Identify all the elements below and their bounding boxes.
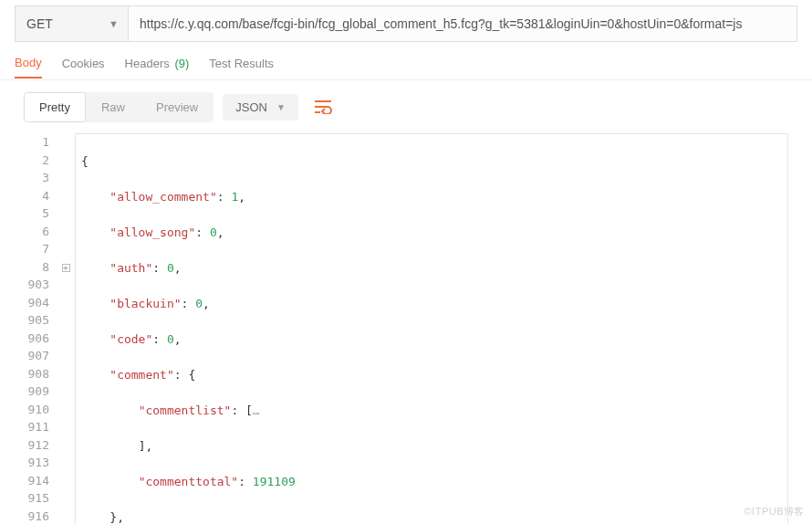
line-number: 910 bbox=[0, 401, 49, 419]
brace-close: }, bbox=[109, 510, 124, 524]
line-number: 909 bbox=[0, 383, 49, 401]
line-number: 2 bbox=[0, 152, 49, 170]
line-number: 904 bbox=[0, 294, 49, 312]
json-viewer: 1 2 3 4 5 6 7 8 903 904 905 906 907 908 … bbox=[0, 133, 812, 524]
line-number: 906 bbox=[0, 330, 49, 348]
json-number: 0 bbox=[195, 297, 203, 310]
line-number: 915 bbox=[0, 489, 49, 508]
json-key: "commentlist" bbox=[139, 403, 232, 417]
json-number: 0 bbox=[167, 332, 174, 346]
line-number: 6 bbox=[0, 223, 49, 241]
line-number: 913 bbox=[0, 454, 49, 472]
request-bar: GET ▼ bbox=[15, 5, 797, 42]
format-select[interactable]: JSON ▼ bbox=[223, 94, 298, 121]
json-key: "allow_comment" bbox=[109, 190, 216, 204]
json-number: 0 bbox=[210, 225, 217, 239]
headers-count: (9) bbox=[174, 57, 189, 70]
brace-open: { bbox=[81, 154, 88, 168]
http-method-value: GET bbox=[26, 16, 53, 31]
http-method-select[interactable]: GET ▼ bbox=[16, 6, 129, 41]
tab-body[interactable]: Body bbox=[15, 48, 42, 79]
line-number: 3 bbox=[0, 169, 49, 187]
line-number: 914 bbox=[0, 472, 49, 490]
json-key: "blackuin" bbox=[109, 297, 181, 310]
line-number: 903 bbox=[0, 276, 49, 294]
wrap-lines-icon bbox=[314, 100, 332, 114]
watermark: ©ITPUB博客 bbox=[744, 505, 806, 519]
chevron-down-icon: ▼ bbox=[109, 18, 119, 29]
url-input[interactable] bbox=[129, 6, 796, 41]
json-key: "allow_song" bbox=[109, 225, 195, 239]
json-key: "code" bbox=[109, 332, 152, 346]
line-gutter: 1 2 3 4 5 6 7 8 903 904 905 906 907 908 … bbox=[0, 133, 57, 524]
json-number: 191109 bbox=[253, 475, 296, 488]
fold-gutter: + bbox=[57, 133, 75, 524]
line-number: 7 bbox=[0, 240, 49, 258]
json-key: "auth" bbox=[109, 261, 152, 275]
expand-icon[interactable]: + bbox=[62, 264, 70, 272]
view-pretty[interactable]: Pretty bbox=[24, 92, 86, 122]
format-value: JSON bbox=[235, 100, 267, 114]
tab-cookies[interactable]: Cookies bbox=[62, 49, 105, 78]
line-number: 1 bbox=[0, 133, 49, 152]
line-number: 905 bbox=[0, 311, 49, 330]
tab-headers[interactable]: Headers (9) bbox=[125, 49, 190, 78]
line-number: 916 bbox=[0, 508, 49, 525]
view-preview[interactable]: Preview bbox=[141, 92, 213, 122]
json-key: "comment" bbox=[109, 368, 173, 382]
code-content[interactable]: { "allow_comment": 1, "allow_song": 0, "… bbox=[75, 133, 788, 524]
json-number: 0 bbox=[167, 261, 174, 275]
bracket-close: ], bbox=[139, 439, 153, 453]
tab-test-results[interactable]: Test Results bbox=[209, 49, 274, 78]
line-number: 908 bbox=[0, 365, 49, 383]
line-number: 5 bbox=[0, 204, 49, 223]
view-raw[interactable]: Raw bbox=[86, 92, 141, 122]
ellipsis-icon[interactable]: … bbox=[253, 403, 260, 417]
view-mode-group: Pretty Raw Preview bbox=[24, 92, 213, 122]
response-tabs: Body Cookies Headers (9) Test Results bbox=[0, 47, 812, 80]
json-key: "commenttotal" bbox=[139, 475, 239, 488]
viewer-controls: Pretty Raw Preview JSON ▼ bbox=[0, 80, 812, 133]
line-number: 4 bbox=[0, 187, 49, 205]
wrap-lines-button[interactable] bbox=[307, 91, 338, 122]
line-number: 907 bbox=[0, 347, 49, 365]
line-number: 912 bbox=[0, 436, 49, 455]
chevron-down-icon: ▼ bbox=[276, 102, 286, 112]
line-number: 8 bbox=[0, 258, 49, 277]
line-number: 911 bbox=[0, 418, 49, 436]
tab-headers-label: Headers bbox=[125, 57, 170, 70]
